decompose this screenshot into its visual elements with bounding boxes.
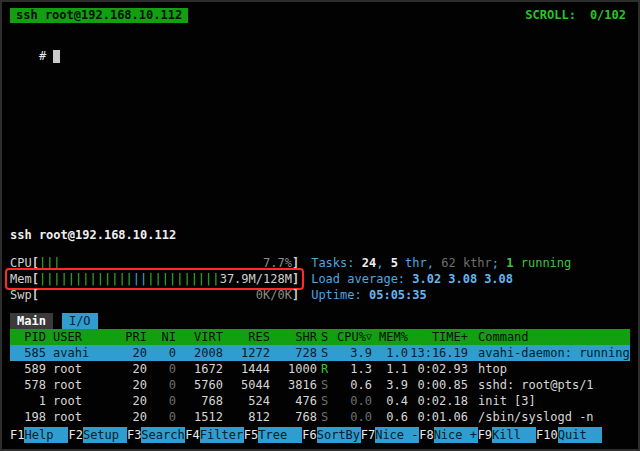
shell-prompt[interactable]: #: [10, 32, 630, 48]
mem-meter-bars: |||||||||||||||||||||||||: [39, 271, 220, 287]
column-header-command[interactable]: Command: [468, 329, 630, 345]
column-header-cpu[interactable]: CPU%▽: [332, 329, 372, 345]
kernel-threads: 62 kthr: [441, 256, 492, 270]
fkey-search[interactable]: F3Search: [127, 427, 185, 443]
cell-mem: 0.4: [372, 393, 408, 409]
cell-time: 0:02.18: [408, 393, 468, 409]
column-header-mem[interactable]: MEM%: [372, 329, 408, 345]
uptime-label: Uptime:: [311, 288, 369, 302]
load-average-label: Load average:: [311, 272, 412, 286]
fkey-nice-minus[interactable]: F7Nice -: [361, 427, 419, 443]
cell-pid: 589: [10, 361, 46, 377]
bracket-open: [: [32, 271, 39, 287]
column-header-virt[interactable]: VIRT: [176, 329, 223, 345]
fkey-label: Help: [24, 427, 68, 443]
load-1min: 3.02: [412, 272, 441, 286]
column-header-res[interactable]: RES: [223, 329, 270, 345]
fkey-help[interactable]: F1Help: [10, 427, 68, 443]
swap-meter-label: Swp: [10, 287, 32, 303]
mem-meter-label: Mem: [10, 271, 32, 287]
fkey-number: F1: [10, 427, 24, 443]
cell-cpu: 3.9: [332, 345, 372, 361]
cell-mem: 3.9: [372, 377, 408, 393]
cell-mem: 1.1: [372, 361, 408, 377]
fkey-number: F7: [361, 427, 375, 443]
process-row-selected[interactable]: 585 avahi 20 0 2008 1272 728 S 3.9 1.0 1…: [10, 345, 630, 361]
column-header-time[interactable]: TIME+: [408, 329, 468, 345]
swap-meter: Swp[0K/0K]: [10, 287, 299, 303]
cell-pid: 585: [10, 345, 46, 361]
cell-pri: 20: [111, 345, 147, 361]
process-row[interactable]: 198 root 20 0 1512 812 768 S 0.0 0.6 0:0…: [10, 409, 630, 425]
cell-state: S: [317, 393, 332, 409]
table-header-row: PID USER PRI NI VIRT RES SHR S CPU%▽ MEM…: [10, 329, 630, 345]
fkey-quit[interactable]: F10Quit: [536, 427, 602, 443]
fkey-number: F3: [127, 427, 141, 443]
cell-state: S: [317, 377, 332, 393]
cell-command: init [3]: [468, 393, 630, 409]
cell-virt: 768: [176, 393, 223, 409]
column-header-state[interactable]: S: [317, 329, 332, 345]
cell-res: 1444: [223, 361, 270, 377]
fkey-sortby[interactable]: F6SortBy: [302, 427, 360, 443]
load-average-stats: Load average: 3.023.083.08: [311, 271, 513, 287]
cell-user: root: [46, 377, 111, 393]
fkey-setup[interactable]: F2Setup: [68, 427, 126, 443]
bracket-open: [: [32, 287, 39, 303]
cell-pri: 20: [111, 377, 147, 393]
htop-tab-bar: Main I/O: [10, 313, 630, 329]
process-row[interactable]: 578 root 20 0 5760 5044 3816 S 0.6 3.9 0…: [10, 377, 630, 393]
cell-user: root: [46, 393, 111, 409]
column-header-pri[interactable]: PRI: [111, 329, 147, 345]
cell-shr: 728: [270, 345, 317, 361]
top-pane-title[interactable]: ssh root@192.168.10.112: [10, 8, 188, 23]
cell-time: 0:01.06: [408, 409, 468, 425]
column-header-shr[interactable]: SHR: [270, 329, 317, 345]
fkey-number: F6: [302, 427, 316, 443]
tab-main[interactable]: Main: [10, 313, 53, 329]
cell-user: avahi: [46, 345, 111, 361]
uptime-value: 05:05:35: [369, 288, 427, 302]
fkey-label: Nice +: [434, 427, 478, 443]
swap-meter-value: 0K/0K: [256, 287, 292, 303]
cell-virt: 1512: [176, 409, 223, 425]
top-pane-titlebar[interactable]: ssh root@192.168.10.112 SCROLL:0/102: [10, 7, 630, 23]
cell-res: 1272: [223, 345, 270, 361]
process-row[interactable]: 589 root 20 0 1672 1444 1000 R 1.3 1.1 0…: [10, 361, 630, 377]
fkey-filter[interactable]: F4Filter: [185, 427, 243, 443]
fkey-number: F10: [536, 427, 558, 443]
column-header-pid[interactable]: PID: [10, 329, 46, 345]
column-header-ni[interactable]: NI: [147, 329, 176, 345]
cell-state: S: [317, 409, 332, 425]
cell-time: 13:16.19: [408, 345, 468, 361]
cell-pri: 20: [111, 393, 147, 409]
tasks-separator: ,: [376, 256, 390, 270]
fkey-label: Nice -: [375, 427, 419, 443]
function-key-bar: F1Help F2Setup F3Search F4Filter F5Tree …: [10, 427, 630, 443]
process-table: PID USER PRI NI VIRT RES SHR S CPU%▽ MEM…: [10, 329, 630, 425]
cell-pid: 198: [10, 409, 46, 425]
cell-pid: 578: [10, 377, 46, 393]
mem-meter: Mem[|||||||||||||||||||||||||37.9M/128M]: [10, 271, 299, 287]
tasks-separator2: ;: [492, 256, 506, 270]
fkey-kill[interactable]: F9Kill: [478, 427, 536, 443]
cell-virt: 2008: [176, 345, 223, 361]
tab-io[interactable]: I/O: [62, 313, 98, 329]
process-row[interactable]: 1 root 20 0 768 524 476 S 0.0 0.4 0:02.1…: [10, 393, 630, 409]
fkey-nice-plus[interactable]: F8Nice +: [419, 427, 477, 443]
fkey-label: SortBy: [317, 427, 361, 443]
bottom-pane-titlebar[interactable]: ssh root@192.168.10.112: [10, 227, 630, 243]
fkey-number: F2: [68, 427, 82, 443]
cell-shr: 476: [270, 393, 317, 409]
fkey-number: F5: [244, 427, 258, 443]
cell-shr: 3816: [270, 377, 317, 393]
tasks-count: 24: [362, 256, 376, 270]
cell-shr: 1000: [270, 361, 317, 377]
fkey-tree[interactable]: F5Tree: [244, 427, 302, 443]
fkey-number: F8: [419, 427, 433, 443]
bottom-pane-title: ssh root@192.168.10.112: [10, 228, 176, 242]
column-header-user[interactable]: USER: [46, 329, 111, 345]
cell-cpu: 0.6: [332, 377, 372, 393]
cell-pid: 1: [10, 393, 46, 409]
top-pane-empty-area[interactable]: [10, 48, 630, 227]
